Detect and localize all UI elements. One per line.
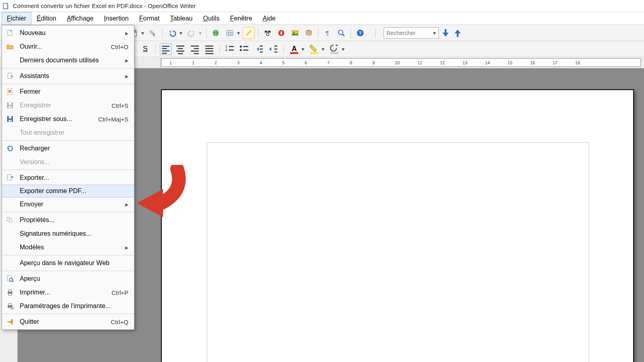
file-menu-item[interactable]: Aperçu [2,272,134,286]
data-sources-icon[interactable] [303,27,315,39]
wizard-icon [5,71,15,81]
file-menu-item[interactable]: Assistants▸ [2,69,134,83]
redo-button[interactable]: ▾ [185,27,203,39]
separator [155,44,156,54]
menu-bar: FichierÉditionAffichageInsertionFormatTa… [0,12,644,25]
svg-text:A: A [292,45,297,53]
menu-insertion[interactable]: Insertion [99,12,134,25]
file-menu-item[interactable]: Paramétrages de l'imprimante... [2,299,134,313]
file-menu-item[interactable]: Modèles▸ [2,241,134,254]
undo-button[interactable]: ▾ [166,27,184,39]
file-menu-item[interactable]: Ouvrir...Ctrl+O [2,40,134,53]
ruler-tick: 17 [553,60,557,65]
ruler-tick: 2 [215,60,217,65]
zoom-icon[interactable] [335,27,347,39]
export-icon [5,173,15,183]
navigator-icon[interactable] [275,27,287,39]
ruler-tick: 4 [260,60,262,65]
separator [375,28,376,38]
svg-rect-83 [9,116,12,118]
align-right-button[interactable] [189,43,201,55]
increase-indent-button[interactable] [267,43,279,55]
blank-icon [5,128,15,138]
gallery-icon[interactable] [289,27,301,39]
numbered-list-button[interactable]: 12 [224,43,236,55]
background-color-button[interactable]: ▾ [328,43,346,56]
menu-édition[interactable]: Édition [31,12,62,25]
find-next-up-icon[interactable] [452,28,463,38]
separator [318,28,318,38]
menu-item-label: Aperçu dans le navigateur Web [20,259,128,267]
ruler-tick: 9 [372,60,375,65]
format-paintbrush-icon[interactable] [147,27,159,39]
svg-text:2: 2 [225,48,227,52]
search-input[interactable] [386,30,431,36]
save-as-icon [5,114,15,124]
menu-fenêtre[interactable]: Fenêtre [225,12,257,25]
menu-separator [2,314,134,314]
print-icon [5,288,15,297]
file-menu-item[interactable]: Signatures numériques... [2,227,134,241]
file-menu-item[interactable]: Exporter comme PDF... [2,185,134,197]
find-next-down-icon[interactable] [440,28,451,38]
decrease-indent-button[interactable] [253,43,265,55]
svg-point-62 [240,45,242,47]
ruler-tick: 3 [237,60,239,65]
file-menu-item[interactable]: Aperçu dans le navigateur Web [2,256,134,270]
ruler-tick: 11 [417,60,422,65]
reload-icon [5,144,15,153]
blank-icon [5,243,15,252]
menu-format[interactable]: Format [134,12,165,25]
text-frame[interactable] [207,142,589,362]
menu-affichage[interactable]: Affichage [62,12,99,25]
submenu-arrow-icon: ▸ [125,57,128,64]
file-menu-item[interactable]: Imprimer...Ctrl+P [2,286,134,299]
file-menu-item: Tout enregistrer [2,126,134,140]
title-bar: Comment convertir un fichier Excel en PD… [0,0,644,12]
blank-icon [5,56,15,65]
ruler-tick: 15 [508,60,512,65]
search-field[interactable]: ▾ [384,27,439,39]
menu-separator [2,140,134,141]
menu-item-label: Versions... [20,158,128,166]
hyperlink-icon[interactable] [210,27,222,39]
file-menu-item[interactable]: Nouveau▸ [2,26,134,40]
menu-outils[interactable]: Outils [198,12,225,25]
align-justify-button[interactable] [203,43,215,55]
file-menu-item[interactable]: Derniers documents utilisés▸ [2,53,134,67]
svg-line-90 [12,281,13,282]
ruler-tick: 8 [350,60,352,65]
svg-text:?: ? [359,30,361,35]
bullet-list-button[interactable] [238,43,250,55]
file-menu-item: Versions... [2,155,134,169]
file-menu-item[interactable]: Envoyer▸ [2,197,134,211]
menu-aide[interactable]: Aide [258,12,281,25]
underline-button[interactable]: S [139,43,151,55]
file-menu-item[interactable]: Enregistrer sous...Ctrl+Maj+S [2,112,134,126]
svg-rect-75 [330,52,339,54]
file-menu-item[interactable]: Recharger [2,142,134,155]
chevron-down-icon[interactable]: ▾ [433,30,436,36]
svg-rect-95 [9,303,12,305]
nonprinting-chars-icon[interactable]: ¶ [322,27,334,39]
document-page[interactable] [161,89,634,362]
help-icon[interactable]: ? [354,27,366,39]
highlight-color-button[interactable]: ▾ [308,43,326,56]
menu-item-label: Propriétés... [20,216,128,224]
menu-tableau[interactable]: Tableau [165,12,198,25]
file-menu-item[interactable]: Exporter... [2,171,134,185]
separator [351,28,351,38]
find-replace-icon[interactable] [262,27,274,39]
svg-rect-81 [8,106,12,108]
font-color-button[interactable]: A▾ [288,43,305,56]
file-menu-item[interactable]: Propriétés... [2,213,134,227]
svg-rect-97 [11,319,12,324]
file-menu-item[interactable]: Fermer [2,85,134,99]
file-menu-item[interactable]: QuitterCtrl+Q [2,315,134,329]
align-left-button[interactable] [160,43,172,55]
show-draw-icon[interactable] [243,27,255,39]
menu-fichier[interactable]: Fichier [2,12,31,25]
align-center-button[interactable] [174,43,186,55]
table-button[interactable]: ▾ [223,27,241,39]
menu-item-shortcut: Ctrl+Q [111,319,128,325]
